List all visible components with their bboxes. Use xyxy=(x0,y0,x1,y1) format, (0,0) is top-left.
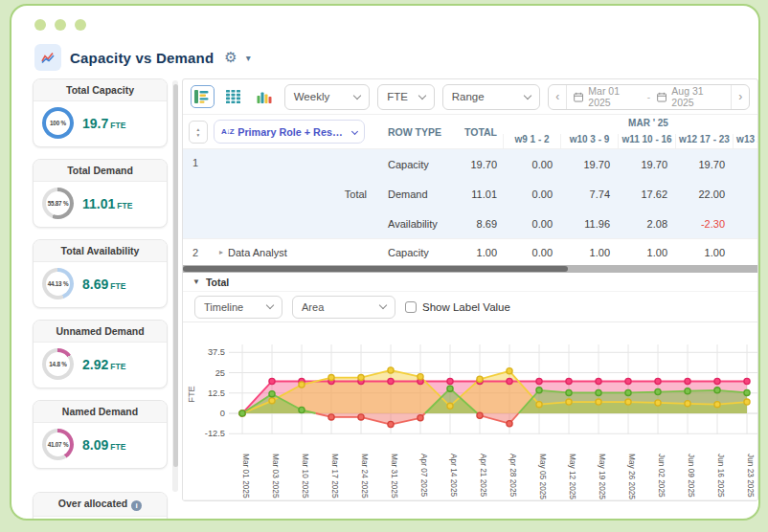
capacity-marker[interactable] xyxy=(685,378,690,384)
table-row[interactable]: Availability8.690.0011.962.08-2.30 xyxy=(183,209,757,238)
availability-marker[interactable] xyxy=(685,388,690,394)
stat-card: Total Capacity100 %19.7FTE xyxy=(33,78,168,147)
window-dot[interactable] xyxy=(34,19,46,31)
table-horizontal-scrollbar[interactable] xyxy=(183,265,757,273)
availability-marker[interactable] xyxy=(714,388,720,393)
availability-marker[interactable] xyxy=(447,386,453,391)
stat-value-wrap: 8.09FTE xyxy=(82,436,125,454)
period-select[interactable]: Weekly xyxy=(284,84,371,110)
availability-marker[interactable] xyxy=(388,421,394,427)
demand-marker[interactable] xyxy=(328,375,334,381)
demand-marker[interactable] xyxy=(507,368,512,374)
window-dot[interactable] xyxy=(75,19,86,31)
table-row[interactable]: 2▸Data AnalystCapacity1.000.001.001.001.… xyxy=(183,238,757,265)
chevron-down-icon xyxy=(524,91,531,99)
availability-marker[interactable] xyxy=(596,389,601,395)
availability-marker[interactable] xyxy=(328,414,334,420)
demand-marker[interactable] xyxy=(299,382,305,388)
next-period-button[interactable]: › xyxy=(731,85,749,109)
availability-marker[interactable] xyxy=(299,407,305,412)
availability-marker[interactable] xyxy=(655,388,661,394)
availability-marker[interactable] xyxy=(477,412,483,418)
group-by-select[interactable]: A↓Z Primary Role + Resource... xyxy=(214,120,365,144)
demand-marker[interactable] xyxy=(536,402,542,408)
availability-segment xyxy=(628,392,658,393)
availability-marker[interactable] xyxy=(536,388,542,393)
demand-marker[interactable] xyxy=(477,376,483,382)
table-cell-value: 22.00 xyxy=(675,188,733,200)
sidebar-scrollbar-thumb[interactable] xyxy=(173,84,178,467)
availability-marker[interactable] xyxy=(744,389,750,395)
table-row[interactable]: 1Capacity19.700.0019.7019.7019.70 xyxy=(183,149,757,179)
table-cell-value: 1.00 xyxy=(560,247,618,258)
demand-marker[interactable] xyxy=(418,374,423,380)
x-axis-label: Mar 24 2025 xyxy=(360,454,370,499)
range-select[interactable]: Range xyxy=(442,84,541,110)
demand-marker[interactable] xyxy=(744,399,750,405)
prev-period-button[interactable]: ‹ xyxy=(549,85,567,109)
chart-type-select[interactable]: Area xyxy=(292,296,395,319)
capacity-marker[interactable] xyxy=(714,378,720,384)
timeline-select[interactable]: Timeline xyxy=(194,296,282,319)
demand-marker[interactable] xyxy=(566,399,572,405)
demand-marker[interactable] xyxy=(714,402,720,408)
capacity-marker[interactable] xyxy=(625,378,631,384)
chart-section-header[interactable]: ▼ Total xyxy=(183,273,757,291)
demand-marker[interactable] xyxy=(269,398,275,404)
unit-select[interactable]: FTE xyxy=(377,84,434,110)
week-column-header: w9 1 - 2 xyxy=(503,134,560,148)
end-date-field[interactable]: Aug 31 2025 xyxy=(650,85,731,108)
capacity-marker[interactable] xyxy=(507,378,512,384)
capacity-marker[interactable] xyxy=(388,378,394,384)
availability-marker[interactable] xyxy=(358,414,364,420)
start-date-field[interactable]: Mar 01 2025 xyxy=(567,85,647,108)
demand-marker[interactable] xyxy=(625,399,631,405)
demand-marker[interactable] xyxy=(447,403,453,409)
stat-card-body: 100 %19.7FTE xyxy=(34,101,167,146)
demand-marker[interactable] xyxy=(685,401,690,407)
demand-marker[interactable] xyxy=(388,367,394,373)
capacity-marker[interactable] xyxy=(447,378,453,384)
chart-horizontal-scrollbar[interactable] xyxy=(183,499,757,501)
chevron-down-icon xyxy=(351,128,358,135)
table-chart-view-button[interactable] xyxy=(191,85,215,108)
availability-marker[interactable] xyxy=(566,389,572,395)
capacity-marker[interactable] xyxy=(655,378,661,384)
sidebar-scrollbar[interactable] xyxy=(172,80,178,492)
area-chart[interactable]: 37.52512.50-12.5FTE Mar 01 2025Mar 03 20… xyxy=(183,322,757,499)
settings-gear-icon[interactable]: ⚙ xyxy=(224,49,237,66)
capacity-marker[interactable] xyxy=(744,378,750,384)
stats-sidebar: Total Capacity100 %19.7FTETotal Demand55… xyxy=(33,78,168,521)
row-type-cell: Capacity xyxy=(376,247,455,258)
bar-chart-view-button[interactable] xyxy=(253,85,277,108)
capacity-marker[interactable] xyxy=(566,378,572,384)
availability-marker[interactable] xyxy=(507,421,512,427)
availability-marker[interactable] xyxy=(625,389,631,395)
expand-arrow-icon[interactable]: ▸ xyxy=(219,248,223,256)
capacity-marker[interactable] xyxy=(269,378,275,384)
info-icon[interactable]: i xyxy=(131,500,142,511)
stat-value: 8.09 xyxy=(82,437,108,453)
capacity-marker[interactable] xyxy=(596,378,601,384)
demand-marker[interactable] xyxy=(655,400,661,406)
demand-marker[interactable] xyxy=(596,399,601,405)
x-axis-label: May 12 2025 xyxy=(568,454,577,499)
table-cell-value: 0.00 xyxy=(503,247,560,258)
stat-value-wrap: 11.01FTE xyxy=(82,195,132,212)
availability-marker[interactable] xyxy=(269,391,275,397)
sort-order-control[interactable]: ▲ ▼ xyxy=(189,121,208,144)
show-label-value-checkbox[interactable] xyxy=(405,301,417,313)
capacity-marker[interactable] xyxy=(536,378,542,384)
table-row[interactable]: TotalDemand11.010.007.7417.6222.00 xyxy=(183,179,757,209)
availability-marker[interactable] xyxy=(239,410,245,416)
availability-marker[interactable] xyxy=(418,415,423,421)
stat-card-body: 44.13 %8.69FTE xyxy=(34,262,167,307)
demand-marker[interactable] xyxy=(358,375,364,381)
group-label: Total xyxy=(345,188,376,200)
grid-view-button[interactable] xyxy=(222,85,246,108)
table-horizontal-scrollbar-thumb[interactable] xyxy=(183,266,568,272)
window-dot[interactable] xyxy=(55,19,66,31)
chart-canvas[interactable]: 37.52512.50-12.5FTE xyxy=(183,322,758,448)
chevron-down-icon[interactable]: ▾ xyxy=(246,53,251,63)
table-cell-value: 1.00 xyxy=(455,247,503,258)
